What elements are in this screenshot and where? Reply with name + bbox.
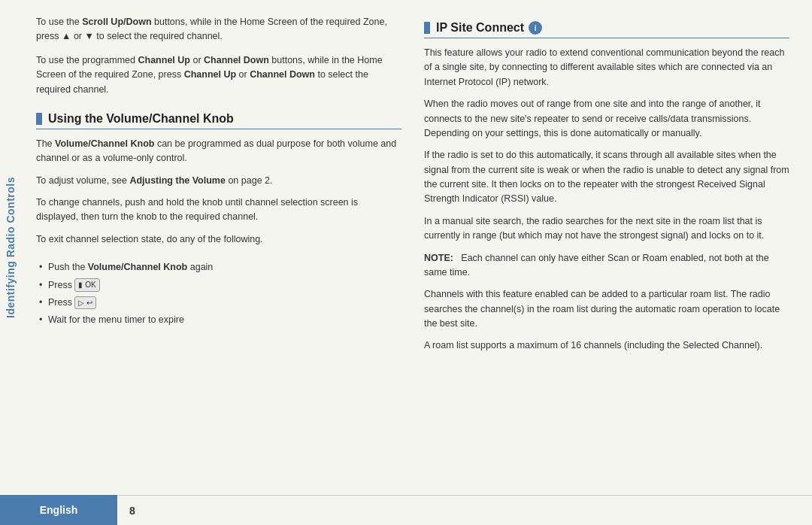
- intro-para-2: To use the programmed Channel Up or Chan…: [36, 53, 401, 97]
- bullet-list: Push the Volume/Channel Knob again Press…: [36, 260, 401, 331]
- ip-para6: A roam list supports a maximum of 16 cha…: [424, 338, 789, 353]
- sidebar-text: Identifying Radio Controls: [5, 177, 17, 318]
- volume-knob-title: Using the Volume/Channel Knob: [48, 112, 234, 126]
- volume-knob-heading: Using the Volume/Channel Knob: [36, 112, 401, 126]
- bullet-item-2: Press ▮ OK: [36, 278, 401, 293]
- page-container: Identifying Radio Controls To use the Sc…: [0, 0, 812, 525]
- left-column: To use the Scroll Up/Down buttons, while…: [36, 15, 401, 480]
- bullet-item-4: Wait for the menu timer to expire: [36, 313, 401, 327]
- note-label: NOTE:: [424, 253, 453, 263]
- volume-knob-para2: To adjust volume, see Adjusting the Volu…: [36, 174, 401, 188]
- ip-site-connect-title: IP Site Connect: [436, 21, 524, 35]
- bottom-bar: English 8: [0, 495, 812, 525]
- section-divider: [36, 129, 401, 129]
- bottom-right-spacer: [147, 495, 812, 525]
- bullet-item-3: Press ▷ ↩: [36, 296, 401, 310]
- ip-note: NOTE: Each channel can only have either …: [424, 251, 789, 281]
- ip-site-connect-heading: IP Site Connect i: [424, 21, 789, 35]
- ip-para5: Channels with this feature enabled can b…: [424, 287, 789, 331]
- right-column: IP Site Connect i This feature allows yo…: [424, 15, 789, 480]
- volume-knob-para4: To exit channel selection state, do any …: [36, 232, 401, 247]
- ip-heading-bar: [424, 22, 430, 34]
- key-back: ▷ ↩: [74, 296, 96, 310]
- sidebar-label: Identifying Radio Controls: [0, 0, 21, 495]
- key-ok: ▮ OK: [74, 278, 99, 292]
- language-label: English: [0, 495, 117, 525]
- ip-para1: This feature allows your radio to extend…: [424, 46, 789, 90]
- ip-para4: In a manual site search, the radio searc…: [424, 214, 789, 244]
- ip-para2: When the radio moves out of range from o…: [424, 97, 789, 141]
- ip-icon: i: [529, 21, 542, 35]
- volume-knob-para3: To change channels, push and hold the kn…: [36, 196, 401, 225]
- main-content: To use the Scroll Up/Down buttons, while…: [21, 0, 812, 495]
- heading-bar: [36, 113, 42, 125]
- intro-para-1: To use the Scroll Up/Down buttons, while…: [36, 15, 401, 44]
- volume-knob-para1: The Volume/Channel Knob can be programme…: [36, 137, 401, 166]
- ip-para3: If the radio is set to do this automatic…: [424, 148, 789, 207]
- ip-section-divider: [424, 38, 789, 38]
- page-number: 8: [117, 495, 147, 525]
- bullet-item-1: Push the Volume/Channel Knob again: [36, 260, 401, 275]
